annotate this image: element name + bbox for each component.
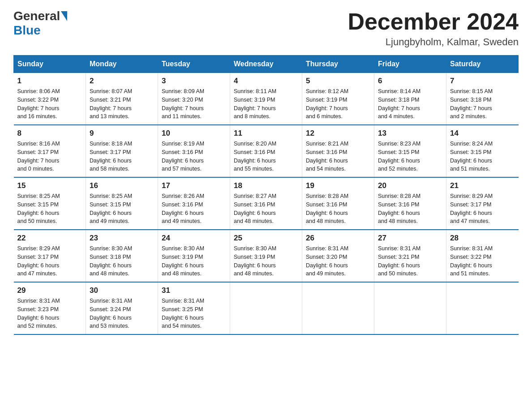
- calendar-cell: [230, 282, 302, 334]
- calendar-cell: 10 Sunrise: 8:19 AM Sunset: 3:16 PM Dayl…: [158, 125, 230, 177]
- day-info: Sunrise: 8:27 AM Sunset: 3:16 PM Dayligh…: [234, 192, 298, 226]
- day-number: 4: [234, 77, 298, 86]
- day-info: Sunrise: 8:31 AM Sunset: 3:22 PM Dayligh…: [450, 244, 515, 278]
- day-number: 24: [162, 234, 226, 243]
- day-info: Sunrise: 8:06 AM Sunset: 3:22 PM Dayligh…: [17, 87, 82, 121]
- day-info: Sunrise: 8:31 AM Sunset: 3:25 PM Dayligh…: [162, 297, 226, 330]
- day-info: Sunrise: 8:31 AM Sunset: 3:24 PM Dayligh…: [90, 297, 154, 330]
- title-section: December 2024 Ljungbyholm, Kalmar, Swede…: [348, 9, 519, 48]
- calendar-cell: 12 Sunrise: 8:21 AM Sunset: 3:16 PM Dayl…: [302, 125, 374, 177]
- page-header: General Blue December 2024 Ljungbyholm, …: [13, 9, 519, 48]
- logo-blue-text: Blue: [13, 23, 41, 38]
- day-number: 6: [378, 77, 442, 86]
- day-info: Sunrise: 8:30 AM Sunset: 3:19 PM Dayligh…: [234, 244, 298, 278]
- day-number: 13: [378, 129, 442, 138]
- calendar-cell: [302, 282, 374, 334]
- day-info: Sunrise: 8:30 AM Sunset: 3:19 PM Dayligh…: [162, 244, 226, 278]
- weekday-header-thursday: Thursday: [302, 56, 374, 73]
- week-row-3: 15 Sunrise: 8:25 AM Sunset: 3:15 PM Dayl…: [14, 177, 519, 230]
- day-info: Sunrise: 8:24 AM Sunset: 3:15 PM Dayligh…: [450, 140, 515, 173]
- calendar-cell: 9 Sunrise: 8:18 AM Sunset: 3:17 PM Dayli…: [86, 125, 158, 177]
- weekday-header-saturday: Saturday: [446, 56, 519, 73]
- calendar-cell: 30 Sunrise: 8:31 AM Sunset: 3:24 PM Dayl…: [86, 282, 158, 334]
- day-info: Sunrise: 8:28 AM Sunset: 3:16 PM Dayligh…: [306, 192, 370, 226]
- calendar-cell: 26 Sunrise: 8:31 AM Sunset: 3:20 PM Dayl…: [302, 230, 374, 282]
- weekday-header-wednesday: Wednesday: [230, 56, 302, 73]
- day-info: Sunrise: 8:09 AM Sunset: 3:20 PM Dayligh…: [162, 87, 226, 121]
- day-info: Sunrise: 8:20 AM Sunset: 3:16 PM Dayligh…: [234, 140, 298, 173]
- weekday-header-sunday: Sunday: [14, 56, 86, 73]
- day-info: Sunrise: 8:29 AM Sunset: 3:17 PM Dayligh…: [450, 192, 515, 226]
- logo-general-text: General: [13, 9, 60, 23]
- day-number: 12: [306, 129, 370, 138]
- calendar-cell: 6 Sunrise: 8:14 AM Sunset: 3:18 PM Dayli…: [374, 73, 446, 125]
- calendar-cell: 2 Sunrise: 8:07 AM Sunset: 3:21 PM Dayli…: [86, 73, 158, 125]
- day-info: Sunrise: 8:21 AM Sunset: 3:16 PM Dayligh…: [306, 140, 370, 173]
- day-number: 8: [17, 129, 82, 138]
- week-row-5: 29 Sunrise: 8:31 AM Sunset: 3:23 PM Dayl…: [14, 282, 519, 334]
- day-number: 20: [378, 181, 442, 190]
- day-number: 5: [306, 77, 370, 86]
- calendar-cell: 18 Sunrise: 8:27 AM Sunset: 3:16 PM Dayl…: [230, 177, 302, 230]
- day-number: 16: [90, 181, 154, 190]
- calendar-cell: 27 Sunrise: 8:31 AM Sunset: 3:21 PM Dayl…: [374, 230, 446, 282]
- calendar-cell: 24 Sunrise: 8:30 AM Sunset: 3:19 PM Dayl…: [158, 230, 230, 282]
- day-number: 25: [234, 234, 298, 243]
- day-info: Sunrise: 8:18 AM Sunset: 3:17 PM Dayligh…: [90, 140, 154, 173]
- day-info: Sunrise: 8:11 AM Sunset: 3:19 PM Dayligh…: [234, 87, 298, 121]
- day-info: Sunrise: 8:19 AM Sunset: 3:16 PM Dayligh…: [162, 140, 226, 173]
- day-number: 1: [17, 77, 82, 86]
- calendar-cell: 13 Sunrise: 8:23 AM Sunset: 3:15 PM Dayl…: [374, 125, 446, 177]
- day-number: 3: [162, 77, 226, 86]
- day-info: Sunrise: 8:30 AM Sunset: 3:18 PM Dayligh…: [90, 244, 154, 278]
- logo-triangle-icon: [61, 11, 67, 21]
- day-number: 31: [162, 286, 226, 295]
- day-number: 11: [234, 129, 298, 138]
- day-number: 22: [17, 234, 82, 243]
- day-info: Sunrise: 8:31 AM Sunset: 3:20 PM Dayligh…: [306, 244, 370, 278]
- day-info: Sunrise: 8:14 AM Sunset: 3:18 PM Dayligh…: [378, 87, 442, 121]
- month-title: December 2024: [348, 9, 519, 34]
- week-row-2: 8 Sunrise: 8:16 AM Sunset: 3:17 PM Dayli…: [14, 125, 519, 177]
- day-info: Sunrise: 8:16 AM Sunset: 3:17 PM Dayligh…: [17, 140, 82, 173]
- day-number: 26: [306, 234, 370, 243]
- day-info: Sunrise: 8:23 AM Sunset: 3:15 PM Dayligh…: [378, 140, 442, 173]
- calendar-cell: 20 Sunrise: 8:28 AM Sunset: 3:16 PM Dayl…: [374, 177, 446, 230]
- week-row-4: 22 Sunrise: 8:29 AM Sunset: 3:17 PM Dayl…: [14, 230, 519, 282]
- calendar-cell: 19 Sunrise: 8:28 AM Sunset: 3:16 PM Dayl…: [302, 177, 374, 230]
- day-info: Sunrise: 8:07 AM Sunset: 3:21 PM Dayligh…: [90, 87, 154, 121]
- calendar-cell: 4 Sunrise: 8:11 AM Sunset: 3:19 PM Dayli…: [230, 73, 302, 125]
- day-number: 7: [450, 77, 515, 86]
- calendar-cell: 16 Sunrise: 8:25 AM Sunset: 3:15 PM Dayl…: [86, 177, 158, 230]
- day-number: 29: [17, 286, 82, 295]
- calendar-cell: 21 Sunrise: 8:29 AM Sunset: 3:17 PM Dayl…: [446, 177, 519, 230]
- calendar-cell: 5 Sunrise: 8:12 AM Sunset: 3:19 PM Dayli…: [302, 73, 374, 125]
- day-number: 9: [90, 129, 154, 138]
- calendar-cell: 17 Sunrise: 8:26 AM Sunset: 3:16 PM Dayl…: [158, 177, 230, 230]
- calendar-cell: 28 Sunrise: 8:31 AM Sunset: 3:22 PM Dayl…: [446, 230, 519, 282]
- logo: General Blue: [13, 9, 67, 38]
- day-info: Sunrise: 8:25 AM Sunset: 3:15 PM Dayligh…: [17, 192, 82, 226]
- calendar-cell: 14 Sunrise: 8:24 AM Sunset: 3:15 PM Dayl…: [446, 125, 519, 177]
- calendar-cell: 8 Sunrise: 8:16 AM Sunset: 3:17 PM Dayli…: [14, 125, 86, 177]
- day-info: Sunrise: 8:15 AM Sunset: 3:18 PM Dayligh…: [450, 87, 515, 121]
- calendar-cell: 15 Sunrise: 8:25 AM Sunset: 3:15 PM Dayl…: [14, 177, 86, 230]
- calendar-cell: 22 Sunrise: 8:29 AM Sunset: 3:17 PM Dayl…: [14, 230, 86, 282]
- calendar-cell: 25 Sunrise: 8:30 AM Sunset: 3:19 PM Dayl…: [230, 230, 302, 282]
- day-info: Sunrise: 8:28 AM Sunset: 3:16 PM Dayligh…: [378, 192, 442, 226]
- day-info: Sunrise: 8:12 AM Sunset: 3:19 PM Dayligh…: [306, 87, 370, 121]
- day-info: Sunrise: 8:25 AM Sunset: 3:15 PM Dayligh…: [90, 192, 154, 226]
- day-number: 18: [234, 181, 298, 190]
- day-number: 27: [378, 234, 442, 243]
- calendar-cell: 23 Sunrise: 8:30 AM Sunset: 3:18 PM Dayl…: [86, 230, 158, 282]
- day-number: 28: [450, 234, 515, 243]
- weekday-header-tuesday: Tuesday: [158, 56, 230, 73]
- week-row-1: 1 Sunrise: 8:06 AM Sunset: 3:22 PM Dayli…: [14, 73, 519, 125]
- calendar-cell: 31 Sunrise: 8:31 AM Sunset: 3:25 PM Dayl…: [158, 282, 230, 334]
- day-info: Sunrise: 8:31 AM Sunset: 3:21 PM Dayligh…: [378, 244, 442, 278]
- day-number: 17: [162, 181, 226, 190]
- calendar-cell: 1 Sunrise: 8:06 AM Sunset: 3:22 PM Dayli…: [14, 73, 86, 125]
- weekday-header-friday: Friday: [374, 56, 446, 73]
- day-info: Sunrise: 8:29 AM Sunset: 3:17 PM Dayligh…: [17, 244, 82, 278]
- day-number: 2: [90, 77, 154, 86]
